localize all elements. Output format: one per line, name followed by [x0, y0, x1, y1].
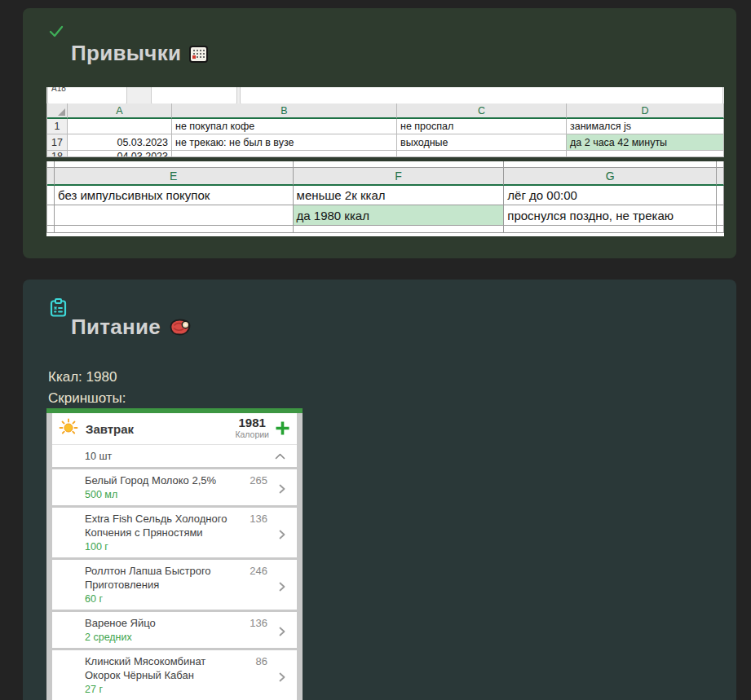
food-item-portion: 100 г [85, 541, 267, 553]
screenshots-label: Скриншоты: [48, 390, 126, 407]
chevron-right-glyph [279, 530, 285, 539]
sheet-row: 1не покупал кофене проспалзанимался js [47, 119, 724, 134]
sheet-cell [717, 205, 724, 226]
clipboard-icon-glyph [50, 298, 67, 317]
meal-header-row: Завтрак 1981 Калории [52, 413, 297, 444]
chevron-right-icon [279, 528, 285, 543]
food-item-portion: 60 г [85, 593, 267, 605]
food-item: Роллтон Лапша Быстрого Приготовления2466… [52, 560, 297, 610]
sheet-corner-cell [47, 103, 68, 119]
sheet-cell: да 1980 ккал [294, 205, 505, 226]
meat-emoji [169, 317, 192, 342]
excel-fx-buttons [151, 87, 237, 103]
sheet-cell [717, 186, 724, 205]
excel-name-box: A18 [47, 87, 127, 103]
sheet-cell: не трекаю: не был в вузе [172, 134, 397, 151]
check-icon[interactable] [49, 24, 64, 42]
row-number: 17 [47, 134, 68, 151]
plus-icon [275, 420, 290, 436]
sheet-cell [717, 161, 724, 168]
food-item-calories: 136 [243, 616, 267, 630]
col-header: A [68, 103, 172, 119]
food-app-screenshot[interactable]: Завтрак 1981 Калории 10 шт [46, 408, 303, 700]
col-header: D [567, 103, 724, 119]
food-item: Вареное Яйцо1362 средних [52, 612, 297, 648]
sheet-cell [55, 205, 294, 226]
meal-title: Завтрак [86, 422, 134, 436]
meal-calories-label: Калории [235, 429, 269, 439]
food-app-body: Завтрак 1981 Калории 10 шт [46, 413, 303, 700]
sunrise-icon [59, 418, 78, 439]
nutrition-title-text: Питание [71, 315, 161, 339]
col-header: B [172, 103, 397, 119]
sheet-cell [397, 151, 567, 157]
chevron-up-icon [275, 451, 285, 462]
food-items-list: Белый Город Молоко 2,5%265500 млExtra Fi… [52, 469, 297, 700]
sheet-cell: выходные [397, 134, 567, 151]
food-item-calories: 136 [243, 512, 267, 539]
sheet-cell [717, 226, 724, 233]
excel-grid-top: ABCD1не покупал кофене проспалзанимался … [46, 103, 724, 157]
row-number: 1 [47, 119, 68, 134]
sheet-header-row: EFG [47, 168, 724, 186]
sheet-cell: без импульсивных покупок [55, 186, 294, 205]
sheet-cell [55, 161, 294, 168]
clipboard-icon [50, 298, 67, 320]
col-header: E [55, 168, 294, 186]
meal-count-row: 10 шт [52, 444, 297, 467]
nutrition-title: Питание [71, 315, 192, 342]
food-item: Белый Город Молоко 2,5%265500 мл [52, 469, 297, 505]
sheet-cell [567, 151, 724, 157]
calendar-emoji [189, 43, 208, 68]
chevron-right-icon [279, 580, 285, 595]
chevron-right-glyph [279, 672, 285, 682]
sheet-cell [504, 161, 717, 168]
sheet-cell [47, 205, 55, 226]
meal-header-card: Завтрак 1981 Калории 10 шт [52, 413, 297, 467]
sheet-cell [172, 151, 397, 157]
sheet-cell: не покупал кофе [172, 119, 397, 134]
habits-title: Привычки [71, 41, 208, 68]
page-background: Привычки A18 ABCD1не покупал к [0, 0, 751, 700]
food-item-portion: 27 г [85, 684, 267, 696]
sheet-cell [294, 226, 505, 233]
nutrition-section: Питание Ккал: 1980 Скриншоты: [23, 280, 736, 700]
check-icon-glyph [49, 24, 64, 38]
sheet-row: без импульсивных покупокменьше 2к ккаллё… [47, 186, 724, 205]
kcal-line: Ккал: 1980 [48, 369, 117, 385]
sheet-cell [47, 226, 55, 233]
sheet-row [47, 226, 724, 233]
sheet-partial-row [47, 161, 724, 168]
sunrise-icon-glyph [59, 418, 78, 436]
add-food-button [275, 420, 290, 439]
meal-calories-stack: 1981 Калории [235, 416, 269, 439]
chevron-right-icon [279, 625, 285, 640]
food-item-name: Роллтон Лапша Быстрого Приготовления [85, 564, 243, 592]
food-item-calories: 265 [243, 473, 267, 487]
habits-spreadsheet-top[interactable]: A18 ABCD1не покупал кофене проспалзанима… [46, 87, 724, 157]
food-item-name: Белый Город Молоко 2,5% [85, 473, 243, 487]
chevron-right-icon [279, 671, 285, 685]
food-item-name: Вареное Яйцо [85, 616, 243, 630]
habits-title-text: Привычки [71, 41, 181, 65]
food-item-portion: 500 мл [85, 489, 267, 501]
sheet-cell: лёг до 00:00 [504, 186, 717, 205]
sheet-cell: да 2 часа 42 минуты [567, 134, 724, 151]
food-item: Клинский Мясокомбинат Окорок Чёрный Каба… [52, 650, 297, 700]
meal-count: 10 шт [85, 451, 112, 462]
sheet-row: 1705.03.2023не трекаю: не был в вузевыхо… [47, 134, 724, 151]
col-header [717, 168, 724, 186]
sheet-row: да 1980 ккалпроснулся поздно, не трекаю [47, 205, 724, 226]
excel-formula-input [240, 87, 723, 103]
food-item-calories: 86 [243, 654, 267, 682]
excel-grid-bottom: EFGбез импульсивных покупокменьше 2к кка… [46, 161, 724, 233]
habits-spreadsheet-bottom[interactable]: EFGбез импульсивных покупокменьше 2к кка… [46, 161, 724, 236]
sheet-cell [294, 161, 505, 168]
sheet-cell [68, 119, 172, 134]
excel-formula-bar: A18 [46, 87, 724, 103]
food-item: Extra Fish Сельдь Холодного Копчения с П… [52, 508, 297, 557]
calendar-emoji-glyph [189, 46, 208, 63]
col-header: C [397, 103, 567, 119]
sheet-cell [55, 226, 294, 233]
sheet-cell [47, 161, 55, 168]
